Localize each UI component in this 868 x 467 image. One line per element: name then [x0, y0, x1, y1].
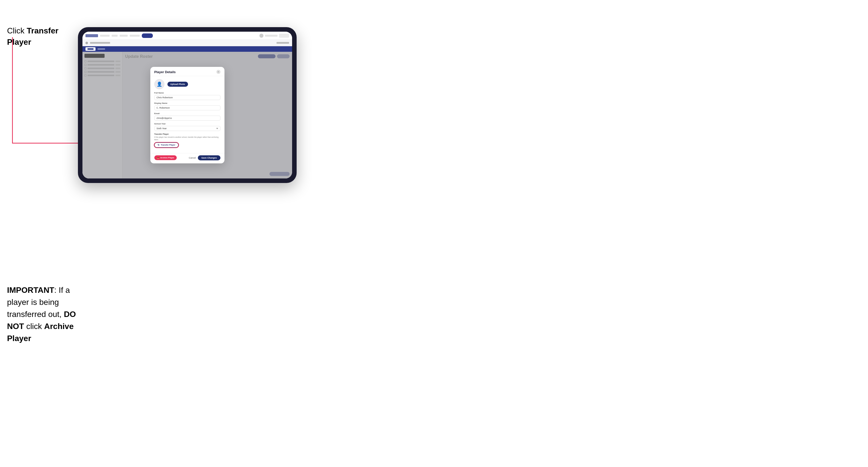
modal-title: Player Details — [154, 70, 176, 74]
player-details-modal: Player Details × 👤 Upload Photo — [150, 67, 224, 163]
display-name-input[interactable] — [154, 105, 220, 110]
full-name-input[interactable] — [154, 95, 220, 100]
transfer-icon: ↻ — [158, 144, 160, 146]
modal-header: Player Details × — [150, 67, 224, 76]
app-bar — [83, 32, 292, 40]
instructions-panel: Click Transfer Player — [7, 25, 78, 53]
display-name-field-group: Display Name — [154, 102, 220, 110]
sub-bar-icon — [86, 42, 88, 44]
transfer-player-button[interactable]: ↻ Transfer Player — [154, 143, 179, 148]
nav-more — [130, 35, 140, 37]
email-field-group: Email — [154, 112, 220, 121]
email-input[interactable] — [154, 116, 220, 121]
sub-bar-right — [277, 42, 289, 44]
tablet-screen: Update Roster Player Details × — [83, 32, 292, 179]
nav-dashboard — [100, 35, 110, 37]
archive-btn-label: Archive Player — [160, 157, 175, 159]
avatar-upload-row: 👤 Upload Photo — [154, 79, 220, 89]
user-avatar — [259, 34, 264, 38]
sub-bar-text — [90, 42, 110, 44]
display-name-label: Display Name — [154, 102, 220, 104]
tab-row — [83, 46, 292, 52]
action-button-placeholder — [279, 34, 289, 38]
full-name-field-group: Full Name — [154, 92, 220, 100]
school-year-select[interactable]: Sixth Year — [154, 126, 220, 131]
app-right-section — [259, 34, 289, 38]
school-year-label: School Year — [154, 123, 220, 125]
full-name-label: Full Name — [154, 92, 220, 94]
save-changes-button[interactable]: Save Changes — [198, 155, 220, 160]
nav-tools — [112, 35, 118, 37]
upload-photo-button[interactable]: Upload Photo — [167, 82, 188, 87]
content-area: Update Roster Player Details × — [83, 52, 292, 179]
school-year-field-group: School Year Sixth Year — [154, 123, 220, 131]
nav-roster-active[interactable] — [142, 33, 153, 38]
modal-close-button[interactable]: × — [216, 70, 220, 74]
email-label: Email — [154, 112, 220, 115]
transfer-player-section: Transfer Player If this player has moved… — [154, 133, 220, 148]
tab-all-active[interactable] — [86, 47, 95, 51]
tablet-frame: Update Roster Player Details × — [78, 27, 297, 183]
transfer-player-btn-label: Transfer Player — [161, 144, 176, 146]
user-name-placeholder — [265, 35, 278, 37]
nav-roster-text — [144, 35, 150, 36]
modal-overlay: Player Details × 👤 Upload Photo — [83, 52, 292, 179]
app-logo — [86, 34, 98, 37]
nav-schedule — [120, 35, 128, 37]
player-avatar: 👤 — [154, 79, 164, 89]
avatar-person-icon: 👤 — [157, 82, 162, 87]
archive-icon: 📥 — [157, 157, 159, 159]
transfer-section-label: Transfer Player — [154, 133, 220, 135]
click-instruction: Click Transfer Player — [7, 25, 78, 48]
tab-all-text — [88, 48, 94, 50]
tab-active-inactive[interactable] — [97, 48, 105, 50]
cancel-button[interactable]: Cancel — [189, 157, 196, 159]
important-instruction: IMPORTANT: If a player is being transfer… — [7, 163, 80, 344]
sub-bar — [83, 40, 292, 46]
archive-player-button[interactable]: 📥 Archive Player — [154, 155, 177, 160]
modal-footer: 📥 Archive Player Cancel Save Changes — [150, 153, 224, 163]
modal-body: 👤 Upload Photo Full Name Display Name — [150, 76, 224, 153]
transfer-description: If this player has moved to another scho… — [154, 136, 220, 141]
annotation-vertical-line — [12, 37, 13, 143]
